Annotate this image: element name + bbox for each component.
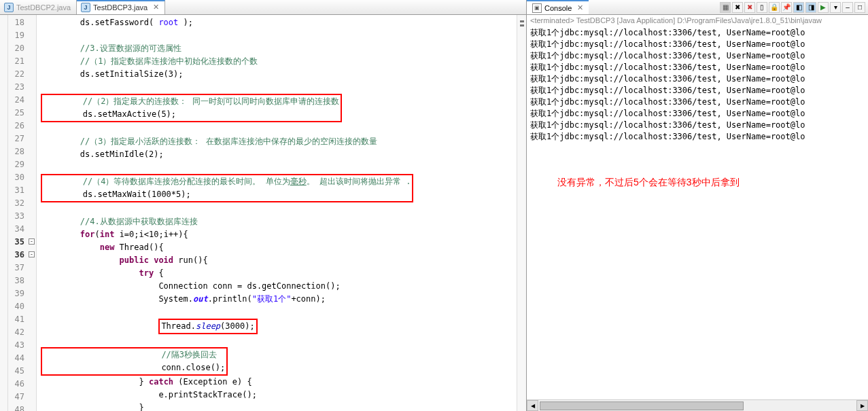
console-output-line: 获取1个jdbc:mysql://localhost:3306/test, Us… bbox=[530, 96, 865, 108]
tab-1[interactable]: J TestDBCP2.java bbox=[0, 0, 77, 14]
close-icon[interactable]: ✕ bbox=[153, 3, 159, 12]
clear-icon[interactable]: ▯ bbox=[757, 2, 767, 13]
console-output-line: 获取1个jdbc:mysql://localhost:3306/test, Us… bbox=[530, 108, 865, 120]
editor-pane: J TestDBCP2.java J TestDBCP3.java ✕ 1819… bbox=[0, 0, 527, 411]
minimize-icon[interactable]: – bbox=[842, 2, 853, 13]
pin-icon[interactable]: 📌 bbox=[781, 2, 792, 13]
console-output-line: 获取1个jdbc:mysql://localhost:3306/test, Us… bbox=[530, 131, 865, 143]
console-tab[interactable]: ▣ Console ✕ bbox=[527, 0, 589, 14]
scroll-left-icon[interactable]: ◀ bbox=[527, 400, 538, 411]
editor-body[interactable]: 1819202122232425262728293031323334353637… bbox=[0, 15, 526, 411]
overview-ruler[interactable] bbox=[517, 15, 526, 411]
tab-2[interactable]: J TestDBCP3.java ✕ bbox=[77, 0, 165, 14]
console-icon: ▣ bbox=[532, 3, 542, 13]
maximize-icon[interactable]: □ bbox=[854, 2, 865, 13]
scroll-lock-icon[interactable]: 🔒 bbox=[769, 2, 780, 13]
fold-column[interactable]: -- bbox=[27, 15, 37, 411]
scroll-right-icon[interactable]: ▶ bbox=[856, 400, 868, 411]
process-line: <terminated> TestDBCP3 [Java Application… bbox=[527, 15, 868, 26]
code-area[interactable]: ds.setFassword( root ); //3.设置数据源的可选属性 /… bbox=[37, 15, 517, 411]
remove-all-icon[interactable]: ✖ bbox=[732, 2, 743, 13]
console-toolbar: ▦ ✖ ✖ ▯ 🔒 📌 ◧ ◨ ▶ ▾ – □ bbox=[720, 2, 868, 13]
console-output-line: 获取1个jdbc:mysql://localhost:3306/test, Us… bbox=[530, 120, 865, 131]
line-numbers: 1819202122232425262728293031323334353637… bbox=[8, 15, 27, 411]
console-tab-bar: ▣ Console ✕ ▦ ✖ ✖ ▯ 🔒 📌 ◧ ◨ ▶ ▾ – □ bbox=[527, 0, 868, 15]
java-file-icon: J bbox=[4, 3, 14, 12]
console-output-line: 获取1个jdbc:mysql://localhost:3306/test, Us… bbox=[530, 27, 865, 39]
tab-2-label: TestDBCP3.java bbox=[93, 3, 147, 12]
close-icon[interactable]: ✕ bbox=[577, 3, 583, 12]
console-output-line: 获取1个jdbc:mysql://localhost:3306/test, Us… bbox=[530, 73, 865, 85]
java-file-icon: J bbox=[81, 3, 90, 12]
horizontal-scrollbar[interactable]: ◀ ▶ bbox=[527, 399, 868, 411]
tab-1-label: TestDBCP2.java bbox=[16, 3, 71, 12]
display-selected-icon[interactable]: ▾ bbox=[830, 2, 841, 13]
scrollbar-thumb[interactable] bbox=[540, 401, 744, 410]
terminate-icon[interactable]: ✖ bbox=[744, 2, 755, 13]
show-std-out-icon[interactable]: ◧ bbox=[793, 2, 804, 13]
show-std-err-icon[interactable]: ◨ bbox=[805, 2, 816, 13]
console-output[interactable]: 获取1个jdbc:mysql://localhost:3306/test, Us… bbox=[527, 26, 868, 399]
remove-launch-icon[interactable]: ▦ bbox=[720, 2, 731, 13]
marker-column bbox=[0, 15, 8, 411]
console-pane: ▣ Console ✕ ▦ ✖ ✖ ▯ 🔒 📌 ◧ ◨ ▶ ▾ – □ <ter… bbox=[527, 0, 868, 411]
console-output-line: 获取1个jdbc:mysql://localhost:3306/test, Us… bbox=[530, 39, 865, 50]
open-console-icon[interactable]: ▶ bbox=[818, 2, 829, 13]
annotation-text: 没有异常，不过后5个会在等待3秒中后拿到 bbox=[557, 177, 865, 188]
console-output-line: 获取1个jdbc:mysql://localhost:3306/test, Us… bbox=[530, 85, 865, 96]
console-output-line: 获取1个jdbc:mysql://localhost:3306/test, Us… bbox=[530, 50, 865, 62]
editor-tab-bar: J TestDBCP2.java J TestDBCP3.java ✕ bbox=[0, 0, 526, 15]
console-output-line: 获取1个jdbc:mysql://localhost:3306/test, Us… bbox=[530, 62, 865, 73]
console-title: Console bbox=[544, 4, 572, 12]
